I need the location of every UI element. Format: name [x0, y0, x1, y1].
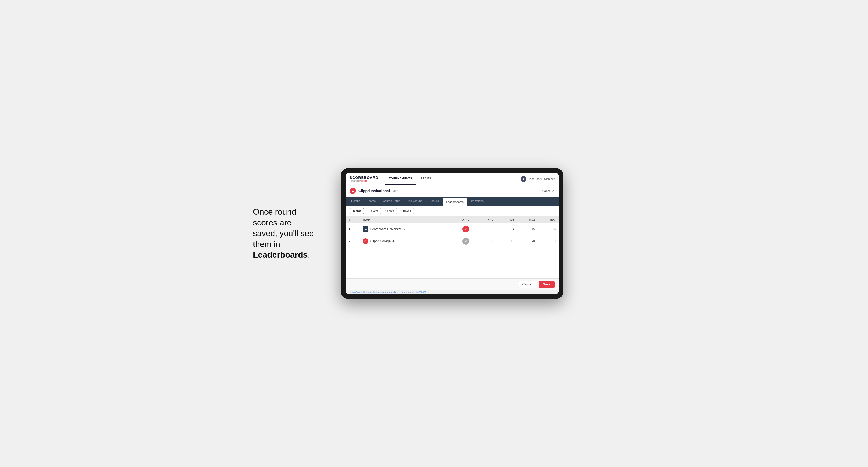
- nav-user: Test User |: [528, 177, 542, 181]
- side-text-period: .: [308, 250, 310, 259]
- tournament-subtitle: (Men): [391, 189, 399, 193]
- team-cell: C Clippd College [A]: [360, 235, 446, 247]
- rd1-cell: +8: [497, 235, 518, 247]
- tablet-screen: SCOREBOARD Powered by clippd TOURNAMENTS…: [345, 173, 559, 294]
- tournament-header: C Clippd Invitational (Men) Cancel ✕: [345, 185, 559, 197]
- nav-tournaments[interactable]: TOURNAMENTS: [384, 173, 416, 185]
- team-logo: C: [363, 239, 368, 244]
- table-row: 1 SU Scoreboard University [A] -5: [345, 223, 559, 235]
- side-text-line2: scores are: [253, 218, 291, 227]
- sign-out-link[interactable]: Sign out: [544, 177, 555, 181]
- tournament-cancel-button[interactable]: Cancel ✕: [542, 189, 555, 193]
- tab-results[interactable]: Results: [426, 197, 442, 206]
- tab-navigation: Details Teams Course Setup Tee Groups Re…: [345, 197, 559, 206]
- filter-strokes-button[interactable]: Strokes: [399, 208, 414, 214]
- tab-details[interactable]: Details: [348, 197, 364, 206]
- col-thru: THRU: [472, 216, 497, 223]
- rd3-cell: -6: [538, 223, 559, 235]
- side-text-line1: Once round: [253, 207, 296, 216]
- col-rd2: RD2: [517, 216, 538, 223]
- tournament-icon: C: [350, 188, 356, 194]
- col-rd1: RD1: [497, 216, 518, 223]
- cancel-button[interactable]: Cancel: [518, 281, 536, 288]
- rank-cell: 1: [345, 223, 360, 235]
- score-badge: -5: [462, 226, 469, 232]
- table-spacer: [345, 247, 559, 279]
- team-cell: SU Scoreboard University [A]: [360, 223, 446, 235]
- nav-links: TOURNAMENTS TEAMS: [384, 173, 435, 185]
- close-icon: ✕: [552, 189, 555, 193]
- top-nav: SCOREBOARD Powered by clippd TOURNAMENTS…: [345, 173, 559, 185]
- score-badge: +3: [462, 238, 469, 245]
- modal-footer: Cancel Save: [345, 279, 559, 290]
- total-cell: +3: [446, 235, 472, 247]
- status-url: https://stage-blue-coach.stagescoreboard…: [350, 291, 426, 293]
- tab-teams[interactable]: Teams: [364, 197, 379, 206]
- filter-row: Teams Players Scores Strokes: [345, 206, 559, 216]
- col-team: TEAM: [360, 216, 446, 223]
- tournament-title: Clippd Invitational: [359, 189, 390, 193]
- rd2-cell: -8: [517, 235, 538, 247]
- table-row: 2 C Clippd College [A] +3 F: [345, 235, 559, 247]
- logo-scoreboard: SCOREBOARD: [350, 176, 378, 180]
- side-text: Once round scores are saved, you'll see …: [253, 207, 326, 260]
- side-text-bold: Leaderboards: [253, 250, 308, 259]
- total-cell: -5: [446, 223, 472, 235]
- rd2-cell: +5: [517, 223, 538, 235]
- tab-leaderboards[interactable]: Leaderboards: [442, 198, 467, 206]
- logo-area: SCOREBOARD Powered by clippd: [350, 176, 378, 182]
- team-logo: SU: [363, 226, 368, 232]
- filter-teams-button[interactable]: Teams: [350, 208, 364, 214]
- leaderboard-table: # TEAM TOTAL THRU RD1 RD2 RD3 1: [345, 216, 559, 247]
- side-text-line3: saved, you'll see: [253, 228, 314, 238]
- col-total: TOTAL: [446, 216, 472, 223]
- status-bar: https://stage-blue-coach.stagescoreboard…: [345, 290, 559, 294]
- tab-course-setup[interactable]: Course Setup: [379, 197, 404, 206]
- rd1-cell: -4: [497, 223, 518, 235]
- col-rd3: RD3: [538, 216, 559, 223]
- tab-tee-groups[interactable]: Tee Groups: [404, 197, 426, 206]
- tablet-device: SCOREBOARD Powered by clippd TOURNAMENTS…: [341, 168, 563, 299]
- table-header-row: # TEAM TOTAL THRU RD1 RD2 RD3: [345, 216, 559, 223]
- logo-powered-text: Powered by clippd: [350, 180, 378, 182]
- nav-teams[interactable]: TEAMS: [416, 173, 435, 185]
- avatar: S: [521, 176, 526, 182]
- filter-scores-button[interactable]: Scores: [382, 208, 397, 214]
- rd3-cell: +3: [538, 235, 559, 247]
- filter-players-button[interactable]: Players: [366, 208, 381, 214]
- save-button[interactable]: Save: [539, 281, 555, 288]
- col-rank: #: [345, 216, 360, 223]
- thru-cell: F: [472, 223, 497, 235]
- tab-printables[interactable]: Printables: [467, 197, 487, 206]
- nav-right: S Test User | Sign out: [521, 176, 555, 182]
- side-text-line4: them in: [253, 240, 280, 249]
- rank-cell: 2: [345, 235, 360, 247]
- thru-cell: F: [472, 235, 497, 247]
